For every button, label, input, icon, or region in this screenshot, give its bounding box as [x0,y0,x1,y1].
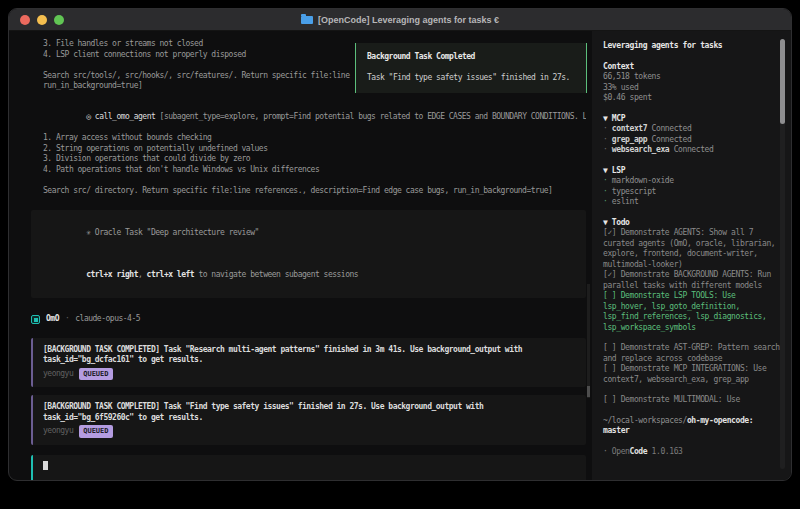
context-heading: Context [603,62,780,73]
toast-notification: Background Task Completed Task "Find typ… [355,43,587,93]
toast-body: Task "Find type safety issues" finished … [367,73,575,84]
bullet-icon: · [603,124,607,133]
todo-section-header[interactable]: ▼ Todo [603,218,780,229]
tool-call-name: call_omo_agent [95,112,155,121]
separator: · [65,314,69,325]
subagent-session-row[interactable]: OmO · claude-opus-4-5 [31,314,586,326]
keybind-label: ctrl+x right [86,270,138,279]
bullet-icon: · [603,145,607,154]
user-label: yeongyu [43,426,73,437]
lsp-item: · markdown-oxide [603,176,780,187]
minimize-button[interactable] [37,15,47,25]
queued-badge: QUEUED [79,368,112,381]
tool-call-args: [subagent_type=explore, prompt=Find pote… [155,112,586,121]
main-scrollbar-thumb[interactable] [587,386,590,397]
todo-section: ▼ Todo [✓] Demonstrate AGENTS: Show all … [603,218,780,406]
terminal-line: 2. String operations on potentially unde… [43,144,586,155]
tool-call-block: ◎ call_omo_agent [subagent_type=explore,… [43,102,586,197]
terminal-line: 4. Path operations that don't handle Win… [43,165,586,176]
todo-item: [✓] Demonstrate BACKGROUND AGENTS: Run p… [603,270,780,291]
mcp-item: · grep_app Connected [603,135,780,146]
mcp-status: Connected [647,135,691,144]
workspace-branch: master [603,426,630,435]
queued-badge: QUEUED [79,425,112,438]
omo-agent-icon [31,315,40,324]
app-window: [OpenCode] Leveraging agents for tasks €… [8,8,792,481]
lsp-item: · typescript [603,187,780,198]
lsp-item: · eslint [603,197,780,208]
terminal-line [43,175,586,186]
version-row: · OpenCode 1.0.163 [603,447,780,458]
window-title: [OpenCode] Leveraging agents for tasks € [9,15,791,25]
app-name-regular: Open [612,447,630,456]
message-text: [BACKGROUND TASK COMPLETED] Task "Resear… [43,345,574,356]
context-spent: $0.46 spent [603,93,780,104]
message-text: task_id="bg_dcfac161" to get results. [43,355,574,366]
keybind-label: ctrl+x left [147,270,194,279]
todo-item: [ ] Demonstrate AST-GREP: Pattern search… [603,343,780,364]
mcp-section-header[interactable]: ▼ MCP [603,114,780,125]
terminal-line: 3. Division operations that could divide… [43,154,586,165]
user-label: yeongyu [43,369,73,380]
workspace-repo: oh-my-opencode: [687,416,753,425]
session-title: Leveraging agents for tasks [603,41,780,52]
message-text: [BACKGROUND TASK COMPLETED] Task "Find t… [43,402,574,413]
sidebar: Leveraging agents for tasks Context 66,5… [592,31,791,481]
bullet-icon: · [603,197,607,206]
folder-icon [301,16,313,24]
app-name-bold: Code [630,447,648,456]
mcp-item: · websearch_exa Connected [603,145,780,156]
keybind-hint-text: to navigate between subagent sessions [194,270,358,279]
bullet-icon: · [603,135,607,144]
bullet-icon: · [603,187,607,196]
oracle-task-title: Oracle Task "Deep architecture review" [91,228,259,237]
terminal-line: 1. Array access without bounds checking [43,133,586,144]
terminal-line: Search src/ directory. Return specific f… [43,186,586,197]
zoom-button[interactable] [54,15,64,25]
lsp-section-header[interactable]: ▼ LSP [603,166,780,177]
todo-item-active: [ ] Demonstrate LSP TOOLS: Use lsp_hover… [603,291,780,333]
message-text: task_id="bg_6f59260c" to get results. [43,413,574,424]
close-button[interactable] [20,15,30,25]
oracle-task-panel: ✳ Oracle Task "Deep architecture review"… [31,210,586,298]
main-scrollbar[interactable] [587,284,590,398]
window-title-text: [OpenCode] Leveraging agents for tasks € [318,15,499,25]
toast-title: Background Task Completed [367,52,575,63]
text-cursor [43,461,48,470]
workspace-path-prefix: ~/local-workspaces/ [603,416,687,425]
traffic-lights [9,15,64,25]
bullet-icon: · [603,176,607,185]
mcp-status: Connected [669,145,713,154]
subagent-name: OmO [46,314,59,325]
prompt-input[interactable]: OmO Opus 4.5 Anthropic [31,455,586,482]
context-used: 33% used [603,83,780,94]
lsp-section: ▼ LSP · markdown-oxide · typescript · es… [603,166,780,208]
workspace-path: ~/local-workspaces/oh-my-opencode: maste… [603,416,780,437]
todo-item: [✓] Demonstrate AGENTS: Show all 7 curat… [603,228,780,270]
background-task-message: [BACKGROUND TASK COMPLETED] Task "Resear… [31,338,586,388]
subagent-model: claude-opus-4-5 [75,314,140,325]
todo-item: [ ] Demonstrate MULTIMODAL: Use [603,395,780,406]
mcp-status: Connected [647,124,691,133]
sidebar-scrollbar-thumb[interactable] [780,39,785,124]
todo-item: [ ] Demonstrate MCP INTEGRATIONS: Use co… [603,364,780,385]
bullet-icon: · [603,447,612,456]
background-task-message: [BACKGROUND TASK COMPLETED] Task "Find t… [31,395,586,445]
titlebar: [OpenCode] Leveraging agents for tasks € [9,9,791,31]
app-version-number: 1.0.163 [647,447,682,456]
context-section: Context 66,518 tokens 33% used $0.46 spe… [603,62,780,104]
context-tokens: 66,518 tokens [603,72,780,83]
mcp-section: ▼ MCP · context7 Connected · grep_app Co… [603,114,780,156]
mcp-item: · context7 Connected [603,124,780,135]
terminal-main: 3. File handles or streams not closed 4.… [9,31,592,481]
